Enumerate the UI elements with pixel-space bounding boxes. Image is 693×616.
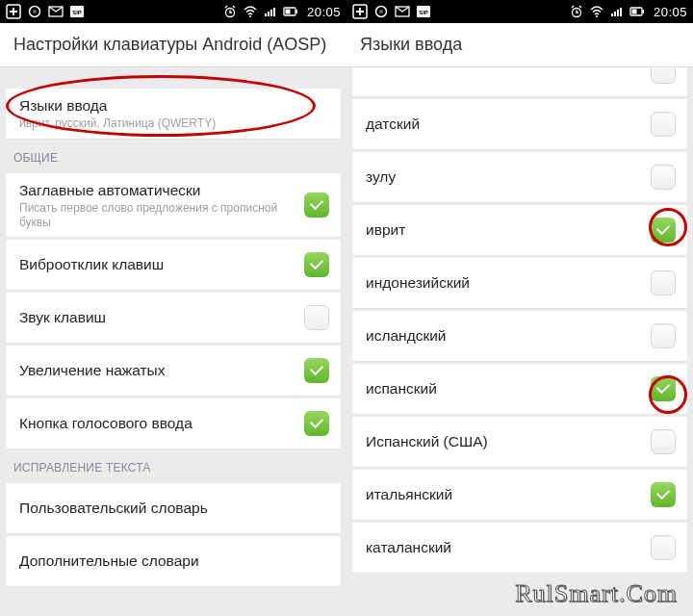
row-title: Пользовательский словарь [19,499,329,517]
alarm-icon [222,4,238,19]
checkbox[interactable] [651,67,676,84]
row-auto-caps[interactable]: Заглавные автоматически Писать первое сл… [6,173,341,237]
row-title: Языки ввода [19,96,329,115]
checkbox[interactable] [304,305,329,330]
row-title: испанский [366,379,643,398]
row-title: зулу [366,167,643,186]
page-title-label: Настройки клавиатуры Android (AOSP) [13,35,326,55]
svg-point-7 [249,15,251,17]
row-title: итальянский [366,485,643,503]
checkbox[interactable] [651,535,676,560]
list-item[interactable]: Испанский (США) [352,417,687,467]
svg-rect-11 [273,8,275,16]
checkbox[interactable] [651,376,676,401]
svg-text:SIP: SIP [72,10,82,15]
row-add-dict[interactable]: Дополнительные словари [6,536,341,586]
alarm-icon [569,4,584,19]
checkbox[interactable] [651,218,676,243]
sip-icon: SIP [416,4,431,19]
wifi-icon [243,4,258,19]
row-vibro[interactable]: Виброотклик клавиш [6,240,341,290]
svg-rect-29 [631,10,636,14]
svg-rect-24 [614,12,616,16]
checkbox[interactable] [651,429,676,454]
checkbox[interactable] [651,323,676,348]
list-item[interactable]: зулу [352,152,687,202]
battery-icon [283,4,298,19]
languages-list[interactable]: датский зулу иврит индонезийский исландс… [346,67,693,616]
row-subtitle: Писать первое слово предложения с пропис… [19,201,296,229]
row-title: Кнопка голосового ввода [19,414,296,432]
mail-icon [395,4,410,19]
row-user-dict[interactable]: Пользовательский словарь [6,483,341,533]
row-input-languages[interactable]: Языки ввода иврит, русский, Латиница (QW… [6,89,341,139]
checkbox[interactable] [651,165,676,190]
svg-rect-26 [620,8,622,16]
svg-rect-10 [270,10,272,16]
page-title: Языки ввода [346,23,693,67]
status-time: 20:05 [307,5,341,19]
section-header-general: ОБЩИЕ [0,141,346,170]
checkbox[interactable] [651,482,676,507]
svg-rect-23 [611,13,613,16]
svg-point-2 [33,10,37,13]
section-header-textcorr: ИСПРАВЛЕНИЕ ТЕКСТА [0,451,346,480]
settings-list: Языки ввода иврит, русский, Латиница (QW… [0,67,346,616]
checkbox[interactable] [651,112,676,137]
mail-icon [48,4,64,19]
row-voice[interactable]: Кнопка голосового ввода [6,398,341,449]
wifi-icon [589,4,604,19]
checkbox[interactable] [304,252,329,277]
svg-rect-28 [642,10,644,13]
circle-icon [373,4,389,19]
svg-rect-8 [265,13,267,16]
row-title: Заглавные автоматически [19,181,296,199]
status-bar: SIP 20:05 [0,0,346,23]
row-subtitle: иврит, русский, Латиница (QWERTY) [19,116,329,130]
row-sound[interactable]: Звук клавиш [6,293,341,343]
row-title: датский [366,115,643,133]
svg-rect-13 [295,10,297,13]
row-popup[interactable]: Увеличение нажатых [6,346,341,396]
row-title: Дополнительные словари [19,552,329,570]
list-item[interactable] [352,67,687,96]
row-title: каталанский [366,538,643,556]
list-item[interactable]: итальянский [352,470,687,520]
svg-rect-14 [285,10,290,14]
svg-text:SIP: SIP [419,10,428,15]
checkbox[interactable] [651,270,676,295]
row-title: Увеличение нажатых [19,361,296,379]
row-title: Виброотклик клавиш [19,255,296,273]
list-item[interactable]: исландский [352,311,687,361]
page-title: Настройки клавиатуры Android (AOSP) [0,23,346,67]
row-title: индонезийский [366,273,643,292]
screen-input-languages: SIP 20:05 Языки ввода датский [346,0,693,616]
circle-icon [27,4,42,19]
checkbox[interactable] [304,411,329,436]
list-item[interactable]: каталанский [352,523,687,573]
svg-rect-9 [268,12,270,16]
checkbox[interactable] [304,358,329,383]
sip-icon: SIP [69,4,85,19]
plus-icon [6,4,21,19]
row-title: Испанский (США) [366,432,643,450]
svg-point-22 [596,15,598,17]
row-title: исландский [366,326,643,345]
signal-icon [263,4,278,19]
svg-point-17 [379,10,383,13]
list-item[interactable]: иврит [352,205,687,255]
row-title: Звук клавиш [19,308,296,326]
list-item[interactable]: испанский [352,364,687,414]
battery-icon [629,4,645,19]
signal-icon [609,4,625,19]
plus-icon [352,4,368,19]
list-item[interactable]: датский [352,99,687,149]
status-bar: SIP 20:05 [346,0,693,23]
svg-rect-25 [617,10,619,16]
checkbox[interactable] [304,192,329,218]
page-title-label: Языки ввода [360,35,462,55]
list-item[interactable]: индонезийский [352,258,687,308]
screen-keyboard-settings: SIP 20:05 Настройки клавиатуры Android (… [0,0,346,616]
status-time: 20:05 [654,5,687,19]
row-title: иврит [366,220,643,239]
